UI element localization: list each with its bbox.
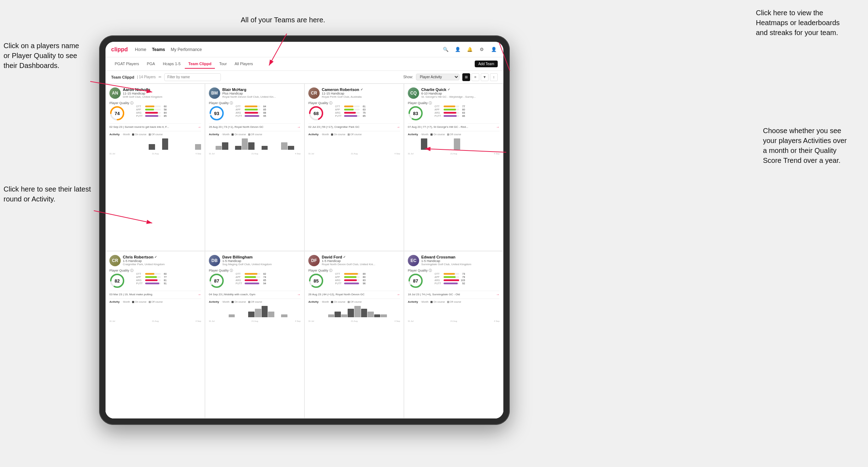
legend-on-course: On course [132,133,146,136]
quality-row-label-arg: ARG [236,279,244,281]
round-arrow[interactable]: → [496,292,499,296]
activity-period[interactable]: · Month [122,301,130,303]
round-arrow[interactable]: → [396,125,400,129]
search-input[interactable] [164,73,221,81]
chart-labels: 31 Jul 21 Aug 4 Sep [109,320,201,322]
latest-round[interactable]: 03 Mar 23 | 19, Must make putting → [109,291,201,296]
nav-bar: clippd Home Teams My Performance 🔍 👤 🔔 ⚙… [105,42,503,57]
sort-button[interactable]: ↕ [490,73,498,81]
quality-row-val-putt: 95 [261,115,266,117]
nav-item-home[interactable]: Home [135,46,146,53]
quality-row-val-app: 58 [162,108,167,111]
player-name[interactable]: Dave Billingham [222,255,301,259]
legend-off-label: Off course [350,133,362,136]
filter-button[interactable]: ▼ [481,73,489,81]
quality-row-label-app: APP [136,108,144,111]
round-arrow[interactable]: → [297,125,301,129]
latest-round[interactable]: 07 Aug 23 | 77 (+7), St George's Hill GC… [408,123,499,129]
latest-round[interactable]: 26 Aug 23 | 84 (+12), Royal North Devon … [308,291,400,296]
settings-icon[interactable]: ⚙ [478,46,486,53]
player-name[interactable]: Chris Robertson✓ [123,255,201,259]
nav-item-teams[interactable]: Teams [152,46,165,53]
quality-bar-fill-arg [444,279,459,281]
nav-logo[interactable]: clippd [111,46,128,53]
quality-row-val-arg: 83 [361,279,366,281]
show-select[interactable]: Player Activity Quality Score Trend [416,74,459,80]
sub-nav-hcaps[interactable]: Hcaps 1-5 [159,59,184,69]
quality-bars: OTT 60 APP 77 ARG [136,273,201,285]
sub-nav-tour[interactable]: Tour [216,59,230,69]
round-arrow[interactable]: → [198,125,201,129]
player-name[interactable]: Charlie Quick✓ [421,87,499,92]
quality-section[interactable]: Player Quality ⓘ 82 OTT 60 [109,268,201,289]
quality-bar-track-putt [245,283,260,284]
player-name[interactable]: Aaron Nicholls [123,87,201,92]
edit-icon[interactable]: ✏ [159,75,161,79]
latest-round[interactable]: 02 Sep 23 | Sunset round to get back int… [109,123,201,129]
quality-section[interactable]: Player Quality ⓘ 85 OTT 89 [308,268,400,289]
user-icon[interactable]: 👤 [454,46,462,53]
round-arrow[interactable]: → [297,292,301,296]
chart-bar [149,144,155,150]
quality-section[interactable]: Player Quality ⓘ 87 OTT 73 [408,268,499,289]
add-team-button[interactable]: Add Team [475,61,498,67]
activity-period[interactable]: · Month [321,133,329,136]
player-card-charlie: CQ Charlie Quick✓ 6-10 Handicap St. Geor… [404,84,503,251]
chart-label-end: 4 Sep [295,153,301,155]
player-name[interactable]: Cameron Robertson✓ [322,87,400,92]
activity-period[interactable]: · Month [420,301,428,303]
show-label: Show: [403,75,413,79]
list-view-button[interactable]: ≡ [472,73,479,81]
player-name[interactable]: David Ford✓ [322,255,400,259]
round-arrow[interactable]: → [198,292,201,296]
quality-row-val-app: 63 [361,108,366,111]
round-arrow[interactable]: → [396,292,400,296]
quality-row-putt: PUTT 95 [236,115,301,117]
quality-bar-fill-app [344,276,356,278]
sub-nav-pgat[interactable]: PGAT Players [111,59,143,69]
sub-nav-pga[interactable]: PGA [143,59,159,69]
quality-label: Player Quality ⓘ [308,101,332,106]
player-name[interactable]: Blair McHarg [222,87,301,92]
chart-bar [367,312,374,317]
chart-bar [255,309,261,317]
activity-section: Activity · Month On course Off course 31… [209,131,301,155]
chart-bar [248,312,255,317]
grid-view-button[interactable]: ⊞ [462,73,470,81]
sub-nav-all-players[interactable]: All Players [231,59,257,69]
quality-bar-fill-arg [444,112,457,114]
chart-bars [209,137,301,150]
player-card-blair: BM Blair McHarg Plus Handicap Royal Nort… [205,84,304,251]
quality-number: 93 [214,111,219,116]
quality-section[interactable]: Player Quality ⓘ 87 OTT 82 [209,268,301,289]
quality-section[interactable]: Player Quality ⓘ 83 OTT 77 [408,101,499,121]
activity-period[interactable]: · Month [321,301,329,303]
sub-nav-team-clippd[interactable]: Team Clippd [185,59,215,69]
quality-section[interactable]: Player Quality ⓘ 93 OTT 84 [209,101,301,121]
quality-row-label-app: APP [136,276,144,278]
chart-label-start: 31 Jul [408,153,413,155]
latest-round[interactable]: 18 Jul 23 | 74 (+4), Sunningdale GC - Ol… [408,291,499,296]
quality-row-label-arg: ARG [335,112,343,114]
latest-round[interactable]: 04 Sep 23 | Mobility with coach, Gym → [209,291,301,296]
quality-row-label-ott: OTT [335,105,343,108]
activity-period[interactable]: · Month [122,133,130,136]
avatar-icon[interactable]: 👤 [490,46,498,53]
activity-period[interactable]: · Month [221,133,229,136]
activity-period[interactable]: · Month [221,301,229,303]
chart-label-end: 4 Sep [295,320,301,322]
quality-row-val-app: 80 [361,276,366,278]
player-name[interactable]: Edward Crossman [421,255,499,259]
activity-period[interactable]: · Month [420,133,428,136]
legend-dot-on [331,133,333,136]
quality-section[interactable]: Player Quality ⓘ 68 OTT 61 [308,101,400,121]
quality-row-label-ott: OTT [236,273,244,275]
bell-icon[interactable]: 🔔 [466,46,474,53]
search-icon[interactable]: 🔍 [442,46,450,53]
nav-item-performance[interactable]: My Performance [171,46,202,53]
quality-section[interactable]: Player Quality ⓘ 74 OTT 60 [109,101,201,121]
latest-round[interactable]: 26 Aug 23 | 73 (+1), Royal North Devon G… [209,123,301,129]
round-arrow[interactable]: → [496,125,499,129]
latest-round[interactable]: 02 Jul 23 | 59 (+17), Craigmillar Park G… [308,123,400,129]
chart-label-mid: 21 Aug [351,320,358,322]
